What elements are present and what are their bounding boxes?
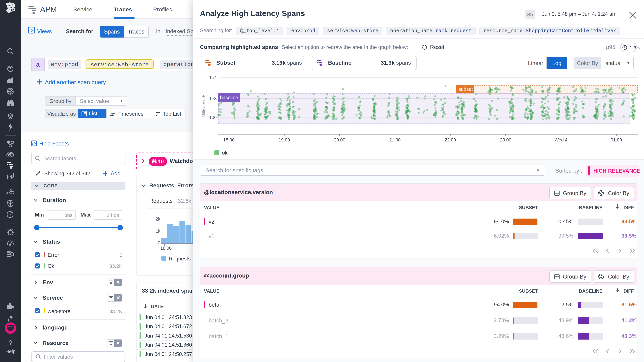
svg-text:23:00: 23:00 bbox=[500, 137, 511, 142]
svg-text:22:00: 22:00 bbox=[444, 137, 456, 142]
svg-text:100: 100 bbox=[209, 115, 217, 120]
svg-text:19:00: 19:00 bbox=[278, 137, 290, 142]
svg-text:21:00: 21:00 bbox=[389, 137, 401, 142]
svg-text:ok: ok bbox=[222, 150, 228, 156]
svg-text:baseline: baseline bbox=[220, 95, 238, 100]
svg-text:Milliseconds: Milliseconds bbox=[201, 94, 206, 117]
svg-text:Wed 4: Wed 4 bbox=[554, 137, 568, 142]
svg-text:18:00: 18:00 bbox=[223, 137, 234, 142]
svg-text:1e3: 1e3 bbox=[209, 96, 217, 101]
svg-text:subset: subset bbox=[458, 86, 473, 92]
svg-text:20:00: 20:00 bbox=[334, 137, 345, 142]
svg-text:01:00: 01:00 bbox=[611, 137, 622, 142]
svg-text:1e4: 1e4 bbox=[209, 75, 217, 80]
